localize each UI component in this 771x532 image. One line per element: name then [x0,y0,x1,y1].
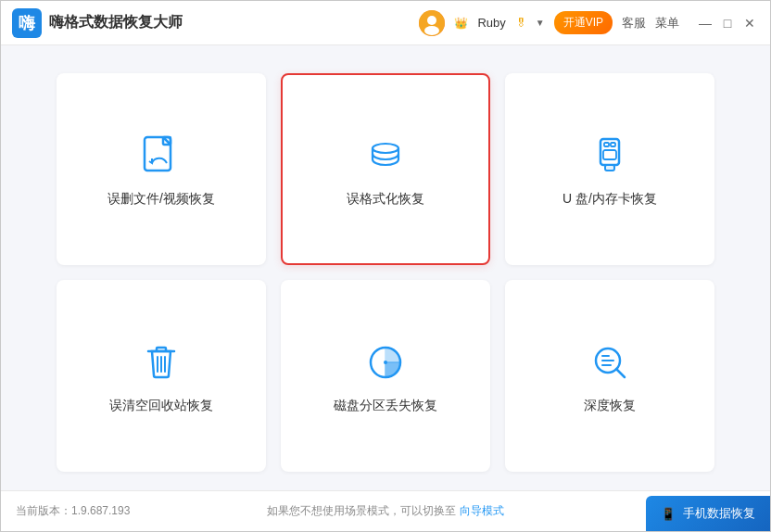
card-usb-recovery-label: U 盘/内存卡恢复 [562,191,657,208]
card-file-recovery[interactable]: 误删文件/视频恢复 [57,73,266,265]
guide-text: 如果您不想使用场景模式，可以切换至 向导模式 [267,503,503,519]
phone-icon: 📱 [661,507,676,521]
card-format-recovery-label: 误格式化恢复 [347,191,424,208]
usb-recovery-icon [586,132,634,180]
bottom-bar: 当前版本：1.9.687.193 如果您不想使用场景模式，可以切换至 向导模式 … [1,490,770,531]
app-logo: 嗨 [12,8,42,38]
svg-text:嗨: 嗨 [19,14,36,32]
svg-point-7 [373,144,398,153]
card-usb-recovery[interactable]: U 盘/内存卡恢复 [505,73,714,265]
feature-grid: 误删文件/视频恢复 误格式化恢复 [57,73,714,472]
svg-rect-11 [603,150,616,159]
phone-recovery-button[interactable]: 📱 手机数据恢复 [646,496,770,531]
card-partition-recovery[interactable]: 磁盘分区丢失恢复 [281,280,490,472]
titlebar: 嗨 嗨格式数据恢复大师 👑 Ruby 🎖 ▼ 开通VIP 客服 菜单 — □ [1,1,770,45]
svg-point-14 [384,361,387,364]
format-recovery-icon [361,132,410,180]
menu-link[interactable]: 菜单 [655,15,679,32]
svg-line-16 [616,369,625,377]
card-deep-recovery-label: 深度恢复 [584,398,636,414]
crown-icon: 👑 [454,17,468,30]
close-button[interactable]: ✕ [740,14,759,32]
card-recycle-recovery[interactable]: 误清空回收站恢复 [57,280,266,472]
deep-recovery-icon [586,338,634,386]
user-dropdown-arrow[interactable]: ▼ [536,18,545,28]
user-level-icon: 🎖 [515,17,526,30]
main-content: 误删文件/视频恢复 误格式化恢复 [1,45,770,490]
titlebar-right: 👑 Ruby 🎖 ▼ 开通VIP 客服 菜单 — □ ✕ [419,10,759,36]
recycle-recovery-icon [137,338,185,386]
svg-rect-10 [611,143,615,146]
window-controls: — □ ✕ [696,14,759,32]
svg-point-4 [424,26,439,35]
maximize-button[interactable]: □ [718,14,737,32]
card-format-recovery[interactable]: 误格式化恢复 [281,73,490,265]
card-partition-recovery-label: 磁盘分区丢失恢复 [334,398,437,414]
version-text: 当前版本：1.9.687.193 [16,503,130,519]
app-title: 嗨格式数据恢复大师 [49,13,419,32]
card-deep-recovery[interactable]: 深度恢复 [505,280,714,472]
card-file-recovery-label: 误删文件/视频恢复 [107,191,215,208]
vip-button[interactable]: 开通VIP [554,11,613,34]
user-avatar [419,10,445,36]
minimize-button[interactable]: — [696,14,714,32]
svg-rect-9 [604,143,609,146]
user-name: Ruby [477,16,505,30]
main-window: 嗨 嗨格式数据恢复大师 👑 Ruby 🎖 ▼ 开通VIP 客服 菜单 — □ [0,0,771,532]
svg-point-3 [427,16,436,25]
card-recycle-recovery-label: 误清空回收站恢复 [109,398,213,414]
guide-link[interactable]: 向导模式 [460,504,504,517]
service-link[interactable]: 客服 [622,15,646,32]
file-recovery-icon [137,132,185,180]
partition-recovery-icon [361,338,410,386]
svg-rect-12 [605,165,614,171]
